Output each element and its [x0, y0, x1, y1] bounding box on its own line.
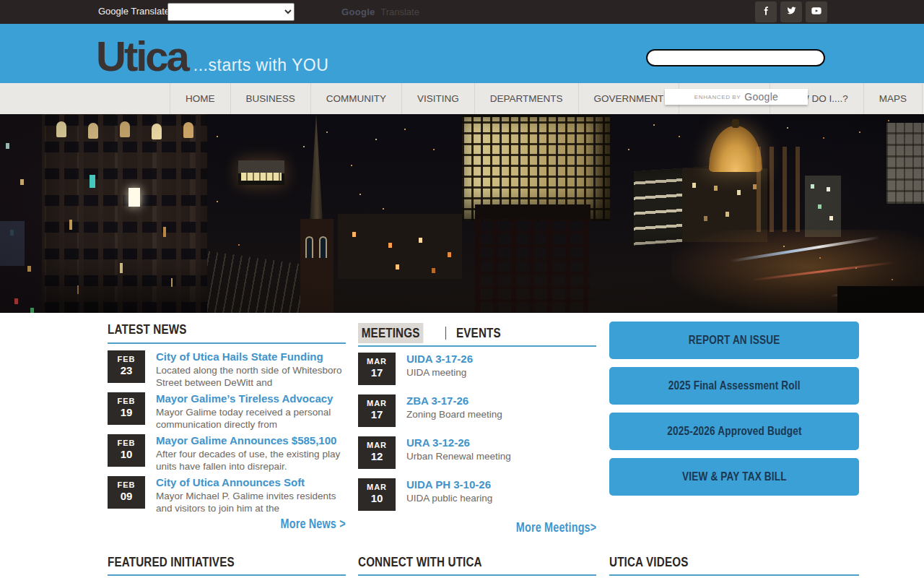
brick-tower-arched-windows: [56, 121, 66, 137]
featured-initiatives-underline: [108, 574, 346, 576]
news-excerpt: After four decades of use, the existing …: [156, 448, 346, 473]
news-title-link[interactable]: Mayor Galime Announces $585,100: [156, 434, 346, 447]
news-excerpt: Mayor Galime today received a personal c…: [156, 406, 346, 431]
meeting-item: MAR 12 URA 3-12-26 Urban Renewal meeting: [358, 436, 596, 469]
view-pay-tax-bill-button[interactable]: VIEW & PAY TAX BILL: [609, 458, 859, 496]
nav-item-business[interactable]: BUSINESS: [231, 83, 311, 114]
news-excerpt: Mayor Michael P. Galime invites resident…: [156, 490, 346, 514]
meeting-date-badge: MAR 17: [358, 353, 396, 385]
quick-links-section: REPORT AN ISSUE 2025 Final Assessment Ro…: [609, 313, 859, 578]
twitter-icon: [786, 5, 797, 19]
meetings-events-tabs: MEETINGSEVENTS: [358, 323, 512, 343]
site-tagline: ...starts with YOU: [193, 56, 329, 75]
youtube-icon: [811, 5, 822, 20]
nav-list: HOME BUSINESS COMMUNITY VISITING DEPARTM…: [170, 83, 924, 114]
news-item: FEB 09 City of Utica Announces Soft Mayo…: [108, 476, 346, 514]
lit-storefront-building: [238, 160, 284, 185]
news-title-link[interactable]: Mayor Galime’s Tireless Advocacy: [156, 392, 346, 405]
meeting-title-link[interactable]: URA 3-12-26: [406, 436, 596, 449]
latest-news-heading: LATEST NEWS: [108, 322, 206, 337]
facebook-button[interactable]: [755, 1, 777, 22]
meeting-desc: UIDA public hearing: [406, 492, 596, 504]
connect-with-utica-heading: CONNECT WITH UTICA: [358, 554, 513, 570]
meeting-desc: Urban Renewal meeting: [406, 450, 596, 462]
pale-corner-building: [886, 123, 924, 204]
news-date-badge: FEB 10: [108, 434, 145, 467]
meeting-date-badge: MAR 12: [358, 436, 396, 469]
news-date-badge: FEB 09: [108, 476, 145, 509]
facebook-icon: [761, 6, 771, 19]
news-item: FEB 10 Mayor Galime Announces $585,100 A…: [108, 434, 346, 473]
more-meetings-link[interactable]: More Meetings>: [496, 520, 596, 535]
meeting-title-link[interactable]: UIDA PH 3-10-26: [406, 478, 596, 491]
news-title-link[interactable]: City of Utica Announces Soft: [156, 476, 346, 488]
nav-item-community[interactable]: COMMUNITY: [311, 83, 402, 114]
page: Google Translate Google Translate Utica …: [0, 0, 924, 578]
arched-facade-building: [757, 147, 804, 232]
church-nave-roof: [201, 250, 308, 313]
connect-underline: [358, 574, 596, 576]
news-item: FEB 23 City of Utica Hails State Funding…: [108, 350, 346, 389]
search-enhanced-by-google: ENHANCED BY Google: [665, 89, 808, 105]
brick-tower-building: [40, 114, 207, 313]
meeting-item: MAR 17 ZBA 3-17-26 Zoning Board meeting: [358, 394, 596, 427]
latest-news-underline: [108, 342, 346, 344]
news-date-badge: FEB 23: [108, 350, 145, 383]
meeting-title-link[interactable]: UIDA 3-17-26: [406, 353, 596, 365]
nav-item-home[interactable]: HOME: [170, 83, 231, 114]
church-steeple-spire: [296, 114, 336, 223]
meeting-date-badge: MAR 17: [358, 394, 396, 427]
site-logo: Utica: [96, 28, 188, 85]
approved-budget-button[interactable]: 2025-2026 Approved Budget: [609, 413, 859, 450]
brick-tower-lit-windows: [128, 188, 140, 207]
news-date-badge: FEB 19: [108, 392, 145, 425]
google-translate-watermark: Google Translate: [341, 7, 419, 17]
site-header: Utica ...starts with YOU ENHANCED BY Goo…: [0, 24, 924, 83]
left-edge-building: [0, 114, 42, 313]
site-search-input[interactable]: [646, 49, 825, 66]
featured-initiatives-heading: FEATURED INITIATIVES: [108, 554, 266, 570]
hero-image: [0, 114, 924, 313]
final-assessment-roll-button[interactable]: 2025 Final Assessment Roll: [609, 367, 859, 405]
midground-houses: [338, 214, 462, 279]
google-brand-label: Google: [744, 91, 778, 103]
tab-meetings[interactable]: MEETINGS: [358, 323, 423, 343]
foreground-dark-block: [837, 286, 924, 313]
meeting-item: MAR 10 UIDA PH 3-10-26 UIDA public heari…: [358, 478, 596, 511]
pink-lowrise-building: [475, 204, 590, 313]
main-content: LATEST NEWS FEB 23 City of Utica Hails S…: [0, 313, 924, 578]
meeting-desc: UIDA meeting: [406, 366, 596, 379]
utica-videos-heading: UTICA VIDEOS: [609, 554, 708, 570]
more-news-link[interactable]: More News >: [264, 517, 346, 532]
top-utility-bar: Google Translate Google Translate: [0, 0, 924, 24]
news-title-link[interactable]: City of Utica Hails State Funding: [156, 350, 346, 363]
site-brand: Utica ...starts with YOU: [96, 28, 328, 85]
news-excerpt: Located along the north side of Whitesbo…: [156, 364, 346, 389]
translate-language-select[interactable]: [167, 3, 295, 21]
nav-item-departments[interactable]: DEPARTMENTS: [475, 83, 579, 114]
meetings-events-section: MEETINGSEVENTS MAR 17 UIDA 3-17-26 UIDA …: [358, 313, 596, 578]
left-bluish-wall: [0, 221, 25, 266]
meeting-item: MAR 17 UIDA 3-17-26 UIDA meeting: [358, 353, 596, 385]
report-an-issue-button[interactable]: REPORT AN ISSUE: [609, 322, 859, 359]
golden-dome: [709, 126, 762, 172]
meeting-desc: Zoning Board meeting: [406, 408, 596, 420]
latest-news-section: LATEST NEWS FEB 23 City of Utica Hails S…: [108, 313, 346, 578]
meetings-underline: [358, 345, 596, 347]
meeting-date-badge: MAR 10: [358, 478, 396, 511]
tab-events[interactable]: EVENTS: [456, 325, 501, 341]
translate-watermark-word: Translate: [380, 7, 419, 17]
google-watermark-word: Google: [341, 7, 375, 17]
youtube-button[interactable]: [806, 1, 827, 22]
tab-divider: [445, 327, 446, 340]
twitter-button[interactable]: [780, 1, 802, 22]
church-belfry: [300, 219, 334, 313]
news-item: FEB 19 Mayor Galime’s Tireless Advocacy …: [108, 392, 346, 431]
google-translate-label: Google Translate: [98, 6, 170, 17]
far-right-building: [805, 176, 841, 237]
enhanced-by-label: ENHANCED BY: [694, 94, 741, 100]
meeting-title-link[interactable]: ZBA 3-17-26: [406, 394, 596, 407]
nav-item-visiting[interactable]: VISITING: [402, 83, 475, 114]
videos-underline: [609, 574, 859, 576]
nav-item-maps[interactable]: MAPS: [864, 83, 923, 114]
